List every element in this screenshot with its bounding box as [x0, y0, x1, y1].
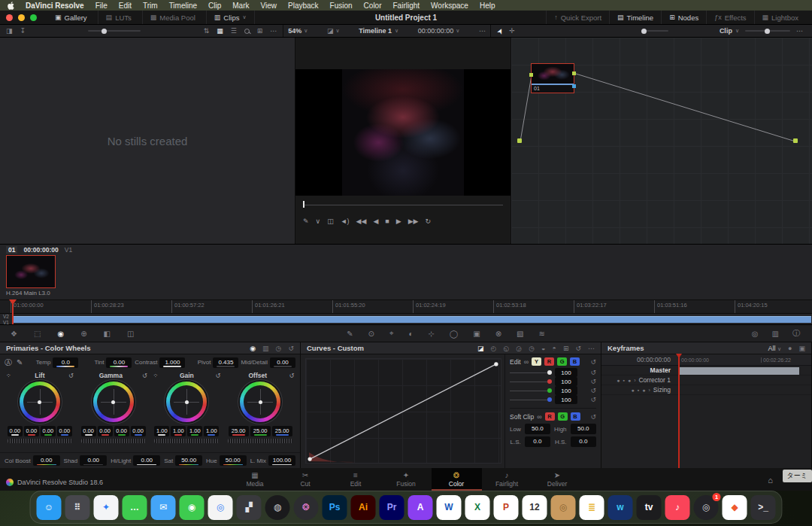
node-pan-slider[interactable] — [745, 30, 790, 32]
gamma-master-wheel[interactable] — [81, 439, 146, 443]
color-wheels-icon[interactable]: ◉ — [57, 330, 64, 338]
dock-affinity[interactable]: A — [408, 495, 433, 520]
node-mode-dropdown[interactable]: Clip∨ — [720, 27, 739, 35]
high-softness-value[interactable]: 0.0 — [571, 436, 596, 447]
tint-value[interactable]: 0.00 — [106, 357, 132, 368]
menu-view[interactable]: View — [261, 2, 277, 10]
blur-icon[interactable]: ▣ — [473, 330, 480, 338]
quick-export-button[interactable]: ↑Quick Export — [546, 11, 609, 24]
track-expand-icon[interactable]: › — [634, 378, 635, 383]
sizing-icon[interactable]: ▧ — [517, 330, 523, 338]
color-picker-icon[interactable]: ✎ — [303, 217, 309, 225]
soft-clip-low-value[interactable]: 50.0 — [525, 424, 550, 434]
reset-icon[interactable]: ↺ — [575, 345, 581, 352]
tab-media[interactable]: ▦Media — [230, 468, 280, 491]
expand-icon[interactable]: ⊞ — [257, 27, 263, 35]
pan-tool-icon[interactable]: ✛ — [509, 27, 515, 35]
channel-r-button[interactable]: R — [544, 357, 554, 366]
low-softness-value[interactable]: 0.0 — [525, 436, 550, 447]
hue-vs-sat-icon[interactable]: ◵ — [503, 345, 509, 352]
bars-mode-icon[interactable]: ▥ — [262, 345, 269, 352]
menu-color[interactable]: Color — [364, 2, 382, 10]
menu-mark[interactable]: Mark — [232, 2, 249, 10]
soft-clip-high-value[interactable]: 50.0 — [571, 424, 596, 434]
soft-clip-g-button[interactable]: G — [558, 412, 568, 421]
printer-lights-icon[interactable]: ⁘ — [153, 372, 158, 379]
soft-clip-gang-icon[interactable]: ∞ — [537, 413, 541, 421]
key-icon[interactable]: ⊗ — [495, 330, 501, 338]
dock-safari[interactable]: ✦ — [94, 495, 119, 520]
lift-reset-icon[interactable]: ↺ — [68, 372, 74, 379]
zoom-window-button[interactable] — [30, 14, 37, 21]
dock-photoshop[interactable]: Ps — [323, 495, 347, 520]
printer-lights-icon[interactable]: ⁘ — [6, 372, 11, 379]
dock-badged-app[interactable]: ◎ 1 — [694, 495, 719, 520]
minimize-window-button[interactable] — [18, 14, 25, 21]
track-keyframe-icon[interactable]: ● — [628, 378, 631, 383]
soft-clip-r-button[interactable]: R — [545, 412, 555, 421]
lift-r-value[interactable]: 0.00 — [24, 426, 39, 436]
dock-wave-app[interactable]: w — [608, 495, 633, 520]
list-view-icon[interactable]: ☰ — [231, 27, 237, 35]
node-rgb-output[interactable] — [572, 71, 576, 75]
wheels-mode-icon[interactable]: ◉ — [250, 345, 256, 352]
dock-illustrator[interactable]: Ai — [351, 495, 376, 520]
channel-g-button[interactable]: G — [557, 357, 567, 366]
saturation-value[interactable]: 50.00 — [175, 455, 202, 466]
dock-terminal[interactable]: >_ — [751, 495, 776, 520]
hue-vs-hue-icon[interactable]: ◴ — [491, 345, 497, 352]
curves-reset-icon[interactable]: ↺ — [590, 358, 596, 366]
keyframe-zoom-slider[interactable]: ● — [788, 345, 792, 352]
camera-raw-icon[interactable]: ❖ — [11, 330, 17, 338]
tab-fairlight[interactable]: ♪Fairlight — [482, 468, 532, 491]
node-graph[interactable]: 01 — [511, 38, 812, 244]
gamma-y-value[interactable]: 0.00 — [81, 426, 96, 436]
menu-timeline[interactable]: Timeline — [169, 2, 197, 10]
keyframe-track-master[interactable]: Master — [601, 366, 811, 375]
temp-value[interactable]: 0.0 — [53, 357, 78, 368]
gamma-g-value[interactable]: 0.00 — [114, 426, 129, 436]
picker-chevron-icon[interactable]: ∨ — [316, 217, 321, 225]
scrub-playhead[interactable] — [303, 201, 304, 208]
nodes-more-icon[interactable]: ⋯ — [796, 27, 806, 35]
stop-icon[interactable]: ■ — [385, 217, 389, 225]
soft-clip-reset-icon[interactable]: ↺ — [590, 413, 596, 421]
menu-trim[interactable]: Trim — [143, 2, 158, 10]
dock-notes[interactable]: ≣ — [580, 495, 604, 520]
stereo-3d-icon[interactable]: ≋ — [538, 330, 544, 338]
gang-channels-icon[interactable]: ∞ — [524, 358, 529, 366]
gain-r-value[interactable]: 1.00 — [171, 426, 186, 436]
gain-b-value[interactable]: 1.00 — [204, 426, 219, 436]
menu-clip[interactable]: Clip — [208, 2, 221, 10]
gamma-color-wheel[interactable] — [93, 382, 134, 422]
dock-apple-tv[interactable]: tv — [637, 495, 662, 520]
media-pool-button[interactable]: ▩Media Pool — [143, 11, 207, 24]
shadows-value[interactable]: 0.00 — [80, 455, 107, 466]
tab-cut[interactable]: ✂Cut — [280, 468, 331, 491]
viewer-scrub-bar[interactable] — [295, 196, 511, 212]
track-enable-icon[interactable]: ● — [632, 388, 635, 393]
menu-help[interactable]: Help — [480, 2, 495, 10]
tracker-icon[interactable]: ⊹ — [429, 330, 435, 338]
dock-finder[interactable]: ☺ — [37, 495, 62, 520]
timeline-selector-dropdown[interactable]: Timeline 1∨ — [359, 27, 398, 35]
lift-y-value[interactable]: 0.00 — [8, 426, 23, 436]
track-label-v2[interactable]: V2 — [3, 314, 9, 319]
color-boost-value[interactable]: 0.00 — [33, 455, 60, 466]
timeline-playhead[interactable] — [12, 299, 14, 324]
dock-diamond-app[interactable]: ◆ — [723, 495, 747, 520]
grid-view-icon[interactable]: ▦ — [217, 27, 223, 35]
offset-master-wheel[interactable] — [228, 439, 292, 443]
dock-premiere[interactable]: Pr — [380, 495, 404, 520]
expand-icon[interactable]: ⊞ — [563, 345, 569, 352]
dock-disc-app[interactable]: ◍ — [265, 495, 290, 520]
highlights-value[interactable]: 0.00 — [133, 455, 160, 466]
gallery-button[interactable]: ▣Gallery — [47, 11, 98, 24]
offset-reset-icon[interactable]: ↺ — [289, 372, 294, 379]
track-expand-icon[interactable]: › — [649, 388, 650, 393]
dock-tan-app[interactable]: ◎ — [551, 495, 576, 520]
keyframe-track-sizing[interactable]: ● ▪ ● › Sizing — [601, 385, 811, 395]
slider-reset-icon[interactable]: ↺ — [590, 396, 596, 403]
tab-deliver[interactable]: ➤Deliver — [532, 468, 583, 491]
wipe-icon[interactable]: ◫ — [327, 217, 334, 225]
